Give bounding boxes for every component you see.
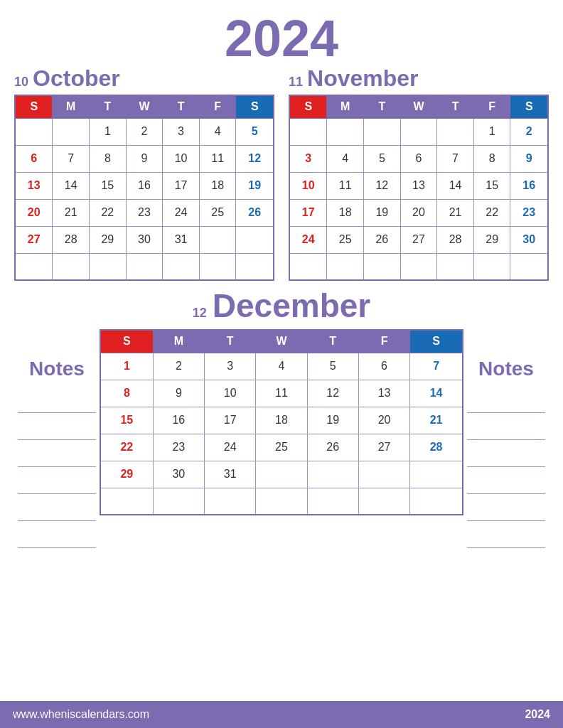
nov-hdr-sun: S <box>289 95 327 118</box>
table-cell: 8 <box>90 145 127 172</box>
table-cell <box>307 461 358 488</box>
table-cell <box>410 461 463 488</box>
notes-line-6 <box>18 521 96 548</box>
table-cell: 6 <box>400 145 437 172</box>
table-cell <box>437 118 474 145</box>
notes-right-line-2 <box>467 413 545 440</box>
november-name: November <box>307 65 419 92</box>
table-cell <box>163 253 200 280</box>
table-cell: 3 <box>205 353 256 380</box>
table-cell: 22 <box>473 199 510 226</box>
notes-right-lines <box>463 386 549 548</box>
table-cell: 11 <box>199 145 236 172</box>
table-cell: 5 <box>364 145 401 172</box>
table-cell: 7 <box>410 353 463 380</box>
table-cell: 30 <box>126 226 163 253</box>
table-cell <box>53 253 90 280</box>
table-cell: 18 <box>199 172 236 199</box>
table-cell: 23 <box>153 434 204 461</box>
table-cell: 13 <box>400 172 437 199</box>
table-row: 12 <box>289 118 548 145</box>
table-cell: 27 <box>400 226 437 253</box>
october-number: 10 <box>14 75 28 90</box>
table-cell <box>256 461 307 488</box>
table-cell <box>126 253 163 280</box>
december-header-row: S M T W T F S <box>100 330 463 353</box>
table-cell <box>307 488 358 515</box>
table-cell <box>256 488 307 515</box>
table-cell: 16 <box>153 407 204 434</box>
december-title-row: 12 December <box>14 287 549 325</box>
notes-left-lines <box>14 386 100 548</box>
nov-hdr-tue: T <box>364 95 401 118</box>
table-cell <box>289 253 327 280</box>
december-content: Notes S M T <box>14 329 549 548</box>
table-cell <box>15 118 53 145</box>
table-cell: 14 <box>437 172 474 199</box>
table-row: 22232425262728 <box>100 434 463 461</box>
table-cell: 10 <box>289 172 327 199</box>
notes-line-5 <box>18 494 96 521</box>
table-cell <box>327 118 364 145</box>
table-cell: 21 <box>437 199 474 226</box>
table-cell: 13 <box>358 380 409 407</box>
table-cell <box>289 118 327 145</box>
table-cell: 18 <box>256 407 307 434</box>
notes-left: Notes <box>14 329 100 548</box>
table-cell: 17 <box>289 199 327 226</box>
table-row: 293031 <box>100 461 463 488</box>
table-cell: 24 <box>205 434 256 461</box>
table-cell: 22 <box>90 199 127 226</box>
table-cell: 3 <box>289 145 327 172</box>
table-row: 15161718192021 <box>100 407 463 434</box>
november-body: 1234567891011121314151617181920212223242… <box>289 118 548 280</box>
footer-year: 2024 <box>525 708 550 721</box>
table-cell: 31 <box>163 226 200 253</box>
table-cell: 9 <box>153 380 204 407</box>
oct-hdr-sun: S <box>15 95 53 118</box>
table-cell: 20 <box>15 199 53 226</box>
table-cell: 16 <box>510 172 548 199</box>
table-row: 2728293031 <box>15 226 274 253</box>
table-cell: 24 <box>289 226 327 253</box>
table-cell: 4 <box>256 353 307 380</box>
table-row: 12345 <box>15 118 274 145</box>
oct-hdr-mon: M <box>53 95 90 118</box>
table-cell: 9 <box>510 145 548 172</box>
notes-right-line-5 <box>467 494 545 521</box>
top-months-row: 10 October S M T W T F S 123456789101 <box>14 65 549 281</box>
table-cell: 31 <box>205 461 256 488</box>
table-cell: 5 <box>236 118 274 145</box>
table-cell: 20 <box>400 199 437 226</box>
table-cell: 2 <box>153 353 204 380</box>
table-cell: 26 <box>307 434 358 461</box>
table-cell <box>153 488 204 515</box>
table-cell: 3 <box>163 118 200 145</box>
table-cell: 19 <box>364 199 401 226</box>
oct-hdr-sat: S <box>236 95 274 118</box>
table-cell <box>199 253 236 280</box>
table-cell: 21 <box>410 407 463 434</box>
table-cell <box>364 253 401 280</box>
table-cell <box>410 488 463 515</box>
table-cell: 12 <box>236 145 274 172</box>
dec-hdr-wed: W <box>256 330 307 353</box>
table-cell <box>236 226 274 253</box>
table-cell: 7 <box>437 145 474 172</box>
dec-hdr-thu: T <box>307 330 358 353</box>
october-name: October <box>33 65 120 92</box>
table-cell: 12 <box>307 380 358 407</box>
dec-hdr-sat: S <box>410 330 463 353</box>
december-name: December <box>213 287 370 325</box>
table-cell: 15 <box>90 172 127 199</box>
dec-hdr-tue: T <box>205 330 256 353</box>
december-section: 12 December Notes <box>14 287 549 728</box>
table-cell <box>400 118 437 145</box>
table-cell: 10 <box>205 380 256 407</box>
table-cell <box>510 253 548 280</box>
notes-right-line-4 <box>467 467 545 494</box>
table-cell <box>364 118 401 145</box>
table-cell: 2 <box>510 118 548 145</box>
table-cell: 19 <box>307 407 358 434</box>
table-cell: 28 <box>53 226 90 253</box>
